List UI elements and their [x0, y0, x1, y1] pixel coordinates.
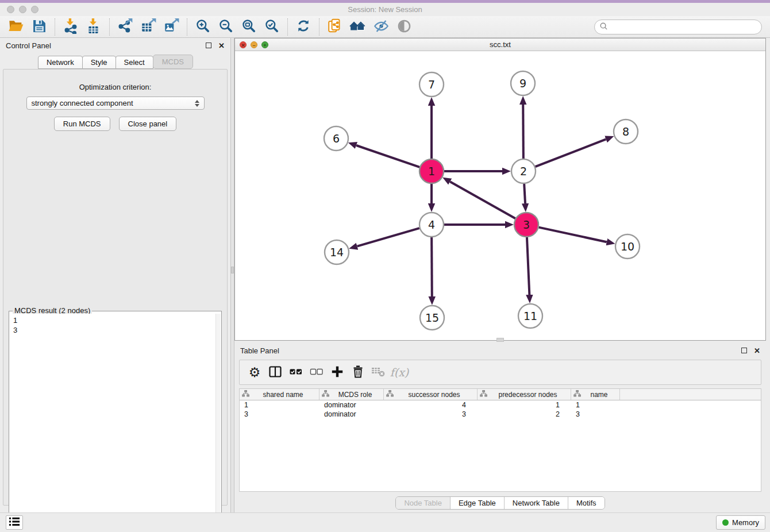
export-image-button[interactable] [160, 17, 183, 37]
hide-selected-button[interactable] [369, 17, 392, 37]
horizontal-splitter-grip[interactable] [496, 338, 504, 342]
toolbar-separator [187, 18, 187, 36]
save-icon [32, 19, 47, 35]
tab-mcds[interactable]: MCDS [153, 55, 193, 69]
tab-style[interactable]: Style [82, 56, 116, 69]
column-type-icon [573, 390, 581, 399]
run-mcds-button[interactable]: Run MCDS [54, 117, 110, 131]
zoom-fit-icon [241, 18, 256, 35]
edge-2-3[interactable] [524, 184, 525, 203]
save-session-button[interactable] [28, 17, 51, 37]
tab-network[interactable]: Network [38, 56, 83, 69]
splitter-grip[interactable] [231, 267, 234, 273]
zoom-selected-button[interactable] [260, 17, 283, 37]
cell-name[interactable]: 1 [571, 401, 620, 409]
cell-shared-name[interactable]: 1 [240, 401, 319, 409]
mcds-result-text[interactable]: 1 3 [10, 314, 215, 523]
column-header-successor-nodes[interactable]: successor nodes [384, 389, 478, 400]
open-session-button[interactable] [5, 17, 28, 37]
cell-successor-nodes[interactable]: 3 [384, 410, 478, 418]
trash-icon [351, 365, 365, 380]
task-history-button[interactable] [6, 515, 23, 530]
zoom-out-button[interactable] [214, 17, 237, 37]
table-tab-motifs[interactable]: Motifs [568, 497, 605, 509]
unchecked-boxes-icon [310, 365, 324, 380]
import-network-button[interactable] [59, 17, 82, 37]
function-builder-button[interactable]: f(x) [389, 363, 410, 382]
import-table-button[interactable] [82, 17, 105, 37]
control-panel: Control Panel ✕ NetworkStyleSelectMCDS O… [0, 38, 230, 512]
column-header-name[interactable]: name [571, 389, 620, 400]
table-row-2[interactable]: 3dominator323 [240, 410, 761, 419]
optimization-criterion-select[interactable]: strongly connected component [26, 97, 205, 110]
table-tab-node-table[interactable]: Node Table [396, 497, 451, 509]
show-all-button[interactable] [392, 17, 415, 37]
table-row-1[interactable]: 1dominator411 [240, 400, 761, 410]
table-tab-edge-table[interactable]: Edge Table [451, 497, 505, 509]
network-canvas[interactable]: 1234678910111415 [235, 51, 765, 340]
copy-network-view-button[interactable] [324, 17, 346, 37]
delete-table-button[interactable] [368, 363, 389, 382]
edge-1-6[interactable] [356, 145, 419, 167]
cell-mcds-role[interactable]: dominator [319, 410, 384, 418]
cell-predecessor-nodes[interactable]: 2 [478, 410, 571, 418]
main-area: Control Panel ✕ NetworkStyleSelectMCDS O… [0, 38, 770, 512]
column-header-predecessor-nodes[interactable]: predecessor nodes [478, 389, 571, 400]
column-type-icon [386, 390, 394, 399]
cell-shared-name[interactable]: 3 [240, 410, 319, 418]
edge-2-9[interactable] [523, 105, 523, 159]
vertical-splitter[interactable] [230, 38, 234, 512]
column-layout-button[interactable] [265, 363, 286, 382]
cell-name[interactable]: 3 [571, 410, 620, 418]
import-table-icon [86, 18, 102, 36]
search-input[interactable] [611, 22, 757, 31]
eye-slash-icon [374, 18, 389, 36]
close-panel-icon[interactable]: ✕ [218, 42, 225, 49]
table-tabs-group: Node TableEdge TableNetwork TableMotifs [395, 496, 605, 510]
cell-mcds-role[interactable]: dominator [319, 401, 384, 409]
zoom-in-button[interactable] [191, 17, 214, 37]
refresh-icon [296, 18, 311, 35]
refresh-layout-button[interactable] [292, 17, 315, 37]
memory-button[interactable]: Memory [716, 515, 765, 530]
edge-4-15[interactable] [432, 237, 432, 296]
open-folder-icon [8, 18, 24, 35]
add-column-button[interactable] [327, 363, 348, 382]
column-type-icon [322, 390, 329, 399]
table-tab-network-table[interactable]: Network Table [505, 497, 568, 509]
first-neighbors-button[interactable] [346, 17, 369, 37]
deselect-all-button[interactable] [306, 363, 327, 382]
cell-predecessor-nodes[interactable]: 1 [478, 401, 571, 409]
float-panel-icon[interactable] [206, 43, 211, 48]
table-settings-button[interactable]: ⚙ [244, 363, 265, 382]
node-table[interactable]: shared nameMCDS rolesuccessor nodesprede… [239, 388, 761, 492]
edge-3-11[interactable] [527, 237, 529, 295]
column-header-shared-name[interactable]: shared name [240, 389, 319, 400]
edge-3-10[interactable] [539, 228, 607, 242]
delete-column-button[interactable] [348, 363, 368, 382]
column-header-mcds-role[interactable]: MCDS role [319, 389, 384, 400]
node-label-7: 7 [428, 78, 435, 91]
export-table-button[interactable] [137, 17, 160, 37]
close-panel-button[interactable]: Close panel [119, 117, 177, 131]
table-header-row: shared nameMCDS rolesuccessor nodesprede… [240, 389, 761, 400]
result-scrollbar[interactable] [215, 314, 221, 523]
select-all-button[interactable] [286, 363, 306, 382]
search-box[interactable] [594, 20, 762, 34]
network-view-window: ✕ – + scc.txt 1234678910111415 [234, 38, 766, 341]
optimization-criterion-label: Optimization criterion: [3, 83, 227, 91]
zoom-fit-button[interactable] [237, 17, 260, 37]
column-header-label: MCDS role [329, 391, 381, 399]
edge-3-1[interactable] [450, 182, 515, 218]
table-panel-header: Table Panel ✕ [234, 343, 766, 358]
edge-4-14[interactable] [357, 228, 419, 246]
column-type-icon [242, 390, 249, 399]
close-table-panel-icon[interactable]: ✕ [754, 347, 760, 354]
cell-successor-nodes[interactable]: 4 [384, 401, 478, 409]
list-icon [8, 516, 21, 529]
float-table-panel-icon[interactable] [741, 348, 747, 353]
export-network-button[interactable] [114, 17, 137, 37]
network-graph[interactable]: 1234678910111415 [235, 51, 765, 340]
edge-2-8[interactable] [536, 139, 606, 167]
tab-select[interactable]: Select [116, 56, 153, 69]
